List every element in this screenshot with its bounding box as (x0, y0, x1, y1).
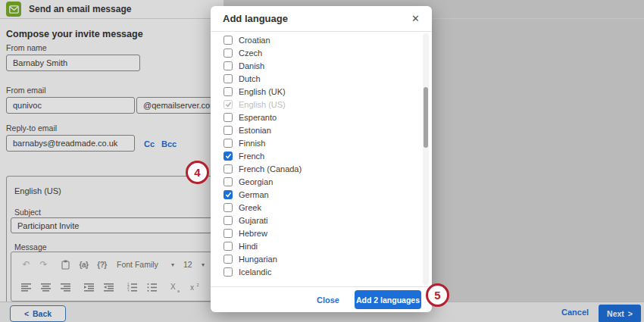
checkbox-icon[interactable] (224, 255, 233, 264)
annotation-step-5: 5 (426, 283, 449, 307)
checkbox-checked-icon (224, 100, 233, 109)
language-label: Hindi (239, 242, 258, 251)
add-language-modal: Add language ✕ CroatianCzechDanishDutchE… (211, 6, 432, 312)
language-label: Greek (239, 203, 261, 212)
language-label: German (239, 190, 269, 199)
checkbox-checked-icon[interactable] (224, 152, 233, 161)
checkbox-icon[interactable] (224, 267, 233, 277)
language-row[interactable]: Hebrew (211, 227, 421, 239)
language-label: Icelandic (239, 267, 271, 277)
checkbox-icon[interactable] (224, 164, 233, 174)
checkbox-icon[interactable] (224, 242, 233, 251)
language-label: French (239, 152, 264, 161)
language-row[interactable]: Estonian (211, 123, 421, 136)
language-row[interactable]: Danish (211, 59, 421, 72)
scrollbar-thumb[interactable] (424, 87, 428, 148)
language-row[interactable]: Hindi (211, 239, 421, 252)
language-label: English (UK) (239, 87, 286, 96)
language-row[interactable]: English (US) (211, 98, 421, 111)
language-row[interactable]: Czech (211, 46, 421, 59)
language-label: Estonian (239, 126, 271, 135)
checkbox-icon[interactable] (224, 48, 233, 58)
checkbox-icon[interactable] (224, 61, 233, 70)
checkbox-checked-icon[interactable] (224, 190, 233, 199)
language-row[interactable]: Gujarati (211, 214, 421, 227)
language-label: Danish (239, 61, 264, 70)
modal-title: Add language (223, 13, 288, 24)
checkbox-icon[interactable] (224, 139, 233, 148)
language-label: French (Canada) (239, 164, 302, 174)
checkbox-icon[interactable] (224, 203, 233, 212)
language-row[interactable]: Hungarian (211, 252, 421, 265)
language-label: Finnish (239, 139, 265, 148)
language-row[interactable]: Greek (211, 201, 421, 214)
modal-close-button[interactable]: Close (317, 295, 339, 305)
language-label: Gujarati (239, 216, 268, 225)
language-label: Hungarian (239, 255, 277, 264)
app-window: Send an email message Compose your invit… (0, 0, 644, 322)
language-row[interactable]: German (211, 188, 421, 201)
language-label: Dutch (239, 74, 261, 83)
language-label: Croatian (239, 36, 270, 45)
annotation-step-4: 4 (186, 161, 209, 184)
checkbox-icon[interactable] (224, 113, 233, 122)
language-label: Georgian (239, 177, 273, 186)
language-row[interactable]: Dutch (211, 72, 421, 85)
language-row[interactable]: Finnish (211, 136, 421, 149)
language-row[interactable]: French (Canada) (211, 162, 421, 175)
checkbox-icon[interactable] (224, 126, 233, 135)
language-label: English (US) (239, 100, 286, 109)
checkbox-icon[interactable] (224, 216, 233, 225)
modal-footer: Close Add 2 languages (211, 286, 432, 312)
checkbox-icon[interactable] (224, 36, 233, 45)
language-row[interactable]: Esperanto (211, 111, 421, 123)
add-languages-button[interactable]: Add 2 languages (355, 290, 421, 309)
language-label: Hebrew (239, 229, 267, 238)
language-label: Czech (239, 48, 262, 58)
language-row[interactable]: Croatian (211, 33, 421, 46)
checkbox-icon[interactable] (224, 177, 233, 186)
checkbox-icon[interactable] (224, 87, 233, 96)
language-label: Esperanto (239, 113, 277, 122)
checkbox-icon[interactable] (224, 229, 233, 238)
language-row[interactable]: French (211, 149, 421, 162)
language-list: CroatianCzechDanishDutchEnglish (UK)Engl… (211, 33, 421, 286)
language-row[interactable]: Georgian (211, 175, 421, 188)
scrollbar-track[interactable] (423, 33, 429, 285)
language-row[interactable]: English (UK) (211, 85, 421, 98)
language-row[interactable]: Icelandic (211, 265, 421, 278)
checkbox-icon[interactable] (224, 74, 233, 83)
close-icon[interactable]: ✕ (411, 13, 420, 24)
modal-header: Add language ✕ (211, 6, 432, 32)
